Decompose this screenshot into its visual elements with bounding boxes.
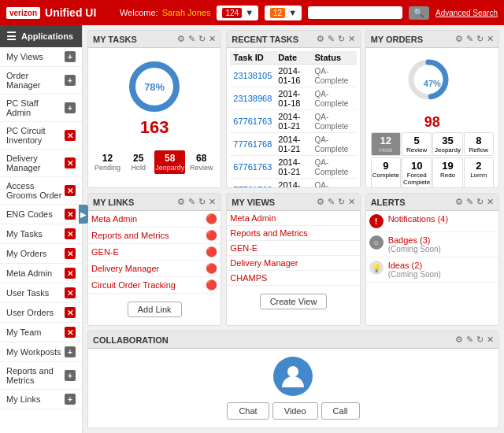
settings-icon[interactable]: ⚙ — [177, 34, 185, 44]
link-delete-icon[interactable]: 🔴 — [206, 246, 217, 257]
sidebar-item-label: User Orders — [6, 308, 54, 317]
task-id-link[interactable]: 77761768 — [233, 139, 272, 149]
edit-icon[interactable]: ✎ — [188, 34, 195, 44]
plus-icon[interactable]: + — [65, 75, 76, 86]
link-delete-icon[interactable]: 🔴 — [206, 213, 217, 224]
link-delete-icon[interactable]: 🔴 — [206, 279, 217, 291]
video-button[interactable]: Video — [272, 402, 318, 420]
link-item-link[interactable]: Reports and Metrics — [91, 231, 169, 240]
link-delete-icon[interactable]: 🔴 — [206, 263, 217, 274]
close-icon[interactable]: ✕ — [65, 130, 76, 141]
edit-icon[interactable]: ✎ — [466, 335, 473, 345]
plus-icon[interactable]: + — [65, 346, 76, 357]
task-date: 2014-01-21 — [275, 133, 311, 156]
settings-icon[interactable]: ⚙ — [317, 197, 324, 207]
list-item: Meta Admin🔴 — [88, 211, 220, 228]
view-item-link[interactable]: GEN-E — [230, 243, 258, 253]
sidebar-item-my-links[interactable]: My Links+ — [0, 390, 82, 409]
close-icon[interactable]: ✕ — [487, 197, 494, 207]
close-icon[interactable]: ✕ — [65, 185, 76, 196]
task-id-link[interactable]: 67761763 — [233, 117, 272, 126]
badge1-button[interactable]: 124 ▼ — [217, 6, 258, 20]
search-button[interactable]: 🔍 — [409, 6, 429, 20]
edit-icon[interactable]: ✎ — [328, 197, 335, 207]
refresh-icon[interactable]: ↻ — [198, 34, 206, 44]
sidebar-item-user-tasks[interactable]: User Tasks✕ — [0, 283, 82, 303]
alert-link[interactable]: Badges (3) — [388, 235, 431, 245]
close-icon[interactable]: ✕ — [65, 327, 76, 338]
sidebar-item-user-orders[interactable]: User Orders✕ — [0, 303, 82, 323]
edit-icon[interactable]: ✎ — [188, 197, 195, 207]
task-id-link[interactable]: 67761763 — [233, 162, 272, 172]
close-icon[interactable]: ✕ — [348, 34, 355, 44]
badge2-button[interactable]: 12 ▼ — [265, 6, 302, 20]
plus-icon[interactable]: + — [65, 394, 76, 405]
sidebar-item-my-orders[interactable]: My Orders✕ — [0, 244, 82, 264]
edit-icon[interactable]: ✎ — [466, 34, 473, 44]
plus-icon[interactable]: + — [65, 51, 76, 62]
edit-icon[interactable]: ✎ — [466, 197, 473, 207]
stat-label: Review — [187, 164, 215, 172]
refresh-icon[interactable]: ↻ — [338, 34, 345, 44]
close-icon[interactable]: ✕ — [65, 268, 76, 279]
sidebar-item-my-workposts[interactable]: My Workposts+ — [0, 342, 82, 362]
close-icon[interactable]: ✕ — [65, 287, 76, 298]
sidebar-item-access-grooms-order[interactable]: Access Grooms Order✕ — [0, 177, 82, 205]
sidebar-item-delivery-manager[interactable]: Delivery Manager✕ — [0, 150, 82, 177]
close-icon[interactable]: ✕ — [65, 248, 76, 259]
link-delete-icon[interactable]: 🔴 — [206, 230, 217, 241]
chat-button[interactable]: Chat — [227, 402, 269, 420]
settings-icon[interactable]: ⚙ — [455, 197, 463, 207]
sidebar-item-my-tasks[interactable]: My Tasks✕ — [0, 224, 82, 244]
create-view-button[interactable]: Create View — [260, 294, 328, 309]
close-icon[interactable]: ✕ — [348, 197, 355, 207]
sidebar-expand-arrow[interactable]: ▶ — [79, 205, 88, 224]
sidebar-item-eng-codes[interactable]: ENG Codes✕ — [0, 205, 82, 224]
view-item-link[interactable]: Meta Admin — [230, 213, 276, 223]
view-item-link[interactable]: Delivery Manager — [230, 258, 298, 268]
alert-link[interactable]: Notifications (4) — [388, 214, 448, 224]
refresh-icon[interactable]: ↻ — [476, 335, 484, 345]
settings-icon[interactable]: ⚙ — [455, 34, 463, 44]
sidebar-item-meta-admin[interactable]: Meta Admin✕ — [0, 264, 82, 283]
close-icon[interactable]: ✕ — [209, 197, 216, 207]
sidebar-item-reports-and-metrics[interactable]: Reports and Metrics+ — [0, 362, 82, 390]
call-button[interactable]: Call — [321, 402, 360, 420]
recent-tasks-icons: ⚙ ✎ ↻ ✕ — [317, 34, 355, 44]
advanced-search-link[interactable]: Advanced Search — [435, 9, 498, 17]
refresh-icon[interactable]: ↻ — [476, 197, 484, 207]
settings-icon[interactable]: ⚙ — [317, 34, 324, 44]
refresh-icon[interactable]: ↻ — [198, 197, 206, 207]
refresh-icon[interactable]: ↻ — [338, 197, 345, 207]
view-item-link[interactable]: Reports and Metrics — [230, 228, 307, 238]
edit-icon[interactable]: ✎ — [328, 34, 335, 44]
task-id-link[interactable]: 23138105 — [233, 71, 272, 80]
settings-icon[interactable]: ⚙ — [177, 197, 185, 207]
refresh-icon[interactable]: ↻ — [476, 34, 484, 44]
link-item-link[interactable]: GEN-E — [91, 247, 119, 257]
task-id-link[interactable]: 23138968 — [233, 94, 272, 103]
sidebar-item-pc-circuit-inventory[interactable]: PC Circuit Inventory✕ — [0, 122, 82, 150]
task-id-link[interactable]: 77761768 — [233, 185, 272, 188]
view-item-link[interactable]: CHAMPS — [230, 273, 267, 283]
plus-icon[interactable]: + — [65, 370, 76, 381]
settings-icon[interactable]: ⚙ — [455, 335, 463, 345]
close-icon[interactable]: ✕ — [65, 228, 76, 239]
link-item-link[interactable]: Meta Admin — [91, 214, 137, 224]
link-item-link[interactable]: Delivery Manager — [91, 264, 159, 273]
close-icon[interactable]: ✕ — [487, 335, 494, 345]
close-icon[interactable]: ✕ — [209, 34, 216, 44]
sidebar-item-order-manager[interactable]: Order Manager+ — [0, 67, 82, 94]
close-icon[interactable]: ✕ — [65, 209, 76, 220]
close-icon[interactable]: ✕ — [487, 34, 494, 44]
sidebar-item-my-team[interactable]: My Team✕ — [0, 323, 82, 342]
search-input[interactable] — [308, 6, 402, 19]
link-item-link[interactable]: Circuit Order Tracking — [91, 280, 176, 290]
close-icon[interactable]: ✕ — [65, 307, 76, 318]
alert-link[interactable]: Ideas (2) — [388, 261, 422, 270]
plus-icon[interactable]: + — [65, 102, 76, 113]
add-link-button[interactable]: Add Link — [128, 302, 182, 317]
sidebar-item-my-views[interactable]: My Views+ — [0, 47, 82, 67]
close-icon[interactable]: ✕ — [65, 157, 76, 168]
sidebar-item-pc-staff-admin[interactable]: PC Staff Admin+ — [0, 94, 82, 122]
